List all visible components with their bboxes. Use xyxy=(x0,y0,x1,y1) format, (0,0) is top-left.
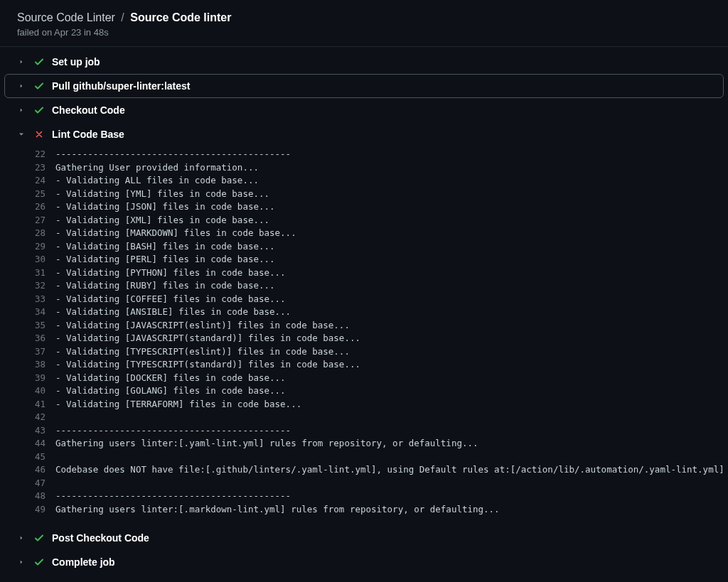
step-row[interactable]: Post Checkout Code xyxy=(4,526,724,550)
steps-list: Set up jobPull github/super-linter:lates… xyxy=(0,47,728,574)
log-line-text: - Validating ALL files in code base... xyxy=(55,174,259,188)
step-title: Checkout Code xyxy=(52,104,125,116)
log-line-text: Gathering users linter:[.yaml-lint.yml] … xyxy=(55,437,478,451)
log-output: 22--------------------------------------… xyxy=(0,146,728,526)
log-line-number: 44 xyxy=(34,437,55,451)
log-line: 33- Validating [COFFEE] files in code ba… xyxy=(0,293,728,306)
log-line-text: - Validating [DOCKER] files in code base… xyxy=(55,372,286,385)
log-line-number: 43 xyxy=(34,424,55,438)
check-icon xyxy=(33,56,45,68)
step-title: Pull github/super-linter:latest xyxy=(52,80,190,92)
log-line-text: - Validating [TYPESCRIPT(eslint)] files … xyxy=(55,345,350,359)
log-line-number: 23 xyxy=(34,161,55,175)
log-line: 32- Validating [RUBY] files in code base… xyxy=(0,279,728,293)
log-line: 22--------------------------------------… xyxy=(0,148,728,161)
log-line-number: 27 xyxy=(34,214,55,227)
log-line-text: - Validating [BASH] files in code base..… xyxy=(55,240,275,254)
step-title: Lint Code Base xyxy=(52,129,124,140)
log-line-text: - Validating [RUBY] files in code base..… xyxy=(55,279,275,293)
step-row[interactable]: Checkout Code xyxy=(4,98,724,122)
log-line-number: 32 xyxy=(34,279,55,293)
step-row[interactable]: Complete job xyxy=(4,550,724,574)
log-line-text: Gathering User provided information... xyxy=(55,161,259,175)
log-line-text: Codebase does NOT have file:[.github/lin… xyxy=(55,463,724,477)
breadcrumb: Source Code Linter / Source Code linter xyxy=(17,11,711,24)
log-line-number: 46 xyxy=(34,463,55,477)
breadcrumb-parent[interactable]: Source Code Linter xyxy=(17,11,115,23)
log-line: 37- Validating [TYPESCRIPT(eslint)] file… xyxy=(0,345,728,359)
log-line: 49Gathering users linter:[.markdown-lint… xyxy=(0,503,728,517)
log-line: 44Gathering users linter:[.yaml-lint.yml… xyxy=(0,437,728,451)
log-line-text: - Validating [JAVASCRIPT(standard)] file… xyxy=(55,332,360,345)
log-line: 41- Validating [TERRAFORM] files in code… xyxy=(0,398,728,411)
log-line-number: 33 xyxy=(34,293,55,306)
log-line-text: ----------------------------------------… xyxy=(55,148,291,161)
log-line: 48--------------------------------------… xyxy=(0,490,728,503)
log-line: 25- Validating [YML] files in code base.… xyxy=(0,188,728,201)
log-line-number: 24 xyxy=(34,174,55,188)
log-line-number: 38 xyxy=(34,358,55,372)
log-line-text: ----------------------------------------… xyxy=(55,490,291,503)
log-line-number: 22 xyxy=(34,148,55,161)
log-line-text: - Validating [COFFEE] files in code base… xyxy=(55,293,286,306)
log-line-text: - Validating [JAVASCRIPT(eslint)] files … xyxy=(55,319,350,333)
step-row[interactable]: Lint Code Base xyxy=(4,122,724,146)
check-icon xyxy=(33,532,45,544)
log-line-number: 45 xyxy=(34,451,55,464)
log-line: 23Gathering User provided information... xyxy=(0,161,728,175)
log-line-text: - Validating [TYPESCRIPT(standard)] file… xyxy=(55,358,360,372)
log-line-number: 28 xyxy=(34,227,55,240)
breadcrumb-current: Source Code linter xyxy=(130,11,231,23)
check-icon xyxy=(33,80,45,92)
check-icon xyxy=(33,556,45,568)
log-line-number: 36 xyxy=(34,332,55,345)
log-line: 28- Validating [MARKDOWN] files in code … xyxy=(0,227,728,240)
chevron-right-icon[interactable] xyxy=(16,533,26,543)
step-title: Complete job xyxy=(52,556,115,568)
log-line-text: Gathering users linter:[.markdown-lint.y… xyxy=(55,503,500,517)
log-line: 30- Validating [PERL] files in code base… xyxy=(0,253,728,266)
log-line-number: 34 xyxy=(34,306,55,319)
log-line-number: 49 xyxy=(34,503,55,517)
log-line: 26- Validating [JSON] files in code base… xyxy=(0,200,728,214)
log-line-number: 47 xyxy=(34,477,55,490)
log-line: 24- Validating ALL files in code base... xyxy=(0,174,728,188)
chevron-right-icon[interactable] xyxy=(16,557,26,567)
step-title: Set up job xyxy=(52,56,100,68)
log-line-text: - Validating [XML] files in code base... xyxy=(55,214,269,227)
log-line-number: 40 xyxy=(34,384,55,398)
log-line-text: ----------------------------------------… xyxy=(55,424,291,438)
log-line-text: - Validating [ANSIBLE] files in code bas… xyxy=(55,306,291,319)
log-line: 38- Validating [TYPESCRIPT(standard)] fi… xyxy=(0,358,728,372)
log-line: 34- Validating [ANSIBLE] files in code b… xyxy=(0,306,728,319)
log-line-text: - Validating [TERRAFORM] files in code b… xyxy=(55,398,301,411)
log-line-number: 37 xyxy=(34,345,55,359)
chevron-down-icon[interactable] xyxy=(16,129,26,139)
breadcrumb-separator: / xyxy=(118,11,127,23)
log-line-number: 29 xyxy=(34,240,55,254)
log-line-number: 48 xyxy=(34,490,55,503)
log-line: 47 xyxy=(0,477,728,490)
log-line-number: 31 xyxy=(34,266,55,280)
log-line: 31- Validating [PYTHON] files in code ba… xyxy=(0,266,728,280)
log-line: 46Codebase does NOT have file:[.github/l… xyxy=(0,463,728,477)
log-line-number: 39 xyxy=(34,372,55,385)
chevron-right-icon[interactable] xyxy=(16,105,26,115)
log-line: 39- Validating [DOCKER] files in code ba… xyxy=(0,372,728,385)
log-line-number: 25 xyxy=(34,188,55,201)
log-line-number: 26 xyxy=(34,200,55,214)
log-line-text: - Validating [GOLANG] files in code base… xyxy=(55,384,286,398)
log-line-text: - Validating [MARKDOWN] files in code ba… xyxy=(55,227,296,240)
log-line: 40- Validating [GOLANG] files in code ba… xyxy=(0,384,728,398)
chevron-right-icon[interactable] xyxy=(16,57,26,67)
step-title: Post Checkout Code xyxy=(52,532,149,544)
log-line-text: - Validating [JSON] files in code base..… xyxy=(55,200,275,214)
log-line-text: - Validating [YML] files in code base... xyxy=(55,188,269,201)
log-line: 45 xyxy=(0,451,728,464)
log-line: 36- Validating [JAVASCRIPT(standard)] fi… xyxy=(0,332,728,345)
log-line: 43--------------------------------------… xyxy=(0,424,728,438)
step-row[interactable]: Pull github/super-linter:latest xyxy=(4,74,724,98)
step-row[interactable]: Set up job xyxy=(4,50,724,74)
x-icon xyxy=(33,129,45,140)
chevron-right-icon[interactable] xyxy=(16,81,26,91)
